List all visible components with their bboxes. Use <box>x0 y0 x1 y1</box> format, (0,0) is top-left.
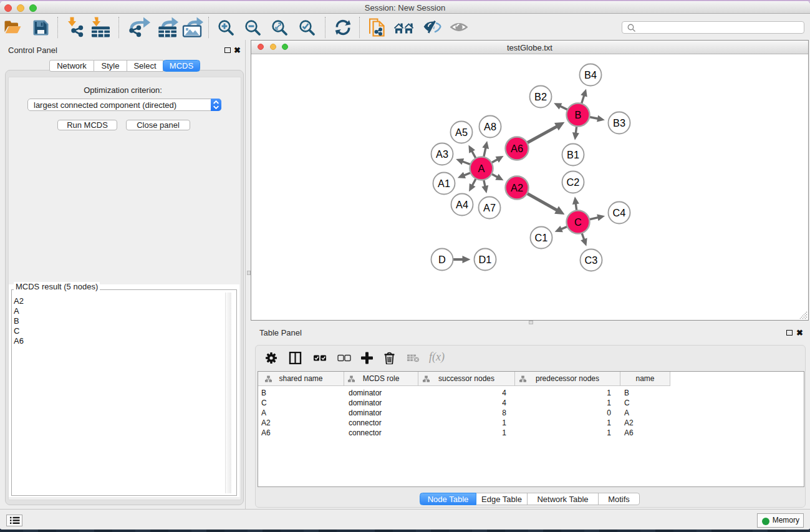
svg-text:C4: C4 <box>613 207 626 218</box>
svg-text:C1: C1 <box>535 232 548 243</box>
svg-text:C3: C3 <box>585 254 598 266</box>
svg-text:A1: A1 <box>438 178 450 189</box>
svg-text:B1: B1 <box>567 149 579 160</box>
svg-text:A6: A6 <box>511 143 523 154</box>
svg-text:B3: B3 <box>613 117 625 128</box>
svg-text:A8: A8 <box>484 121 496 132</box>
svg-text:C: C <box>574 216 582 228</box>
svg-text:A5: A5 <box>455 127 468 138</box>
svg-text:C2: C2 <box>567 177 580 188</box>
svg-text:D1: D1 <box>479 254 492 265</box>
svg-text:A4: A4 <box>456 199 468 210</box>
svg-text:A2: A2 <box>511 182 523 193</box>
svg-text:A: A <box>478 163 485 174</box>
svg-text:B: B <box>575 109 582 120</box>
svg-text:A7: A7 <box>483 202 496 213</box>
svg-text:B2: B2 <box>534 91 547 102</box>
svg-text:B4: B4 <box>584 69 597 80</box>
svg-text:A3: A3 <box>436 148 448 160</box>
svg-text:D: D <box>438 254 446 265</box>
